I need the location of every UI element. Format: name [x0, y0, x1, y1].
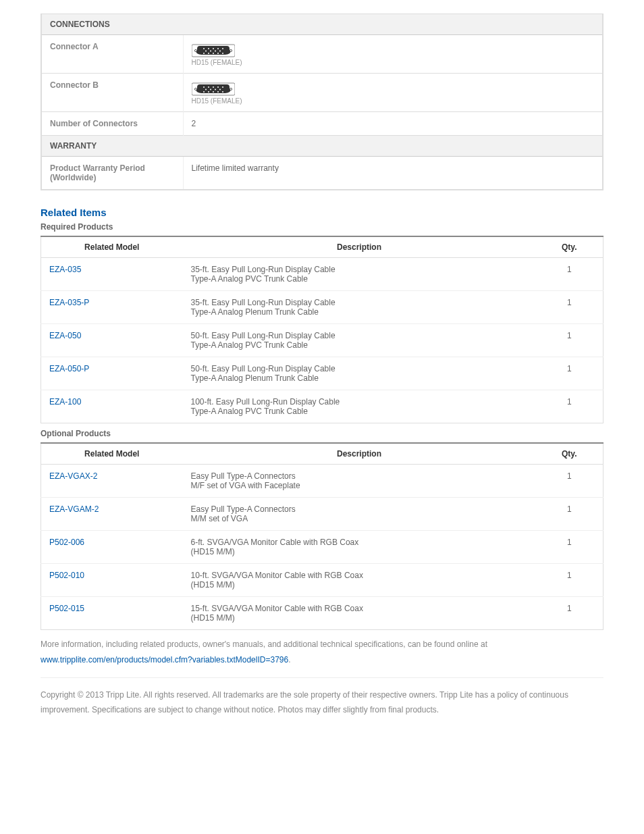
- svg-point-5: [213, 48, 214, 49]
- svg-point-23: [217, 86, 219, 88]
- description-cell: 6-ft. SVGA/VGA Monitor Cable with RGB Co…: [183, 531, 536, 564]
- qty-cell: 1: [536, 597, 603, 630]
- svg-point-16: [222, 53, 223, 54]
- table-row: P502-01010-ft. SVGA/VGA Monitor Cable wi…: [41, 564, 603, 597]
- qty-cell: 1: [536, 531, 603, 564]
- description-cell: 100-ft. Easy Pull Long-Run Display Cable…: [183, 390, 536, 423]
- connector-a-row: Connector A HD15 (FEMALE): [41, 35, 603, 74]
- svg-point-6: [217, 48, 219, 49]
- description-cell: Easy Pull Type-A ConnectorsM/F set of VG…: [183, 465, 536, 498]
- warranty-value: Lifetime limited warranty: [183, 157, 603, 190]
- description-cell: 50-ft. Easy Pull Long-Run Display CableT…: [183, 357, 536, 390]
- svg-point-24: [222, 86, 223, 88]
- col-model: Related Model: [41, 443, 183, 465]
- qty-cell: 1: [536, 390, 603, 423]
- svg-point-32: [217, 91, 219, 93]
- connector-b-label: Connector B: [41, 74, 183, 112]
- connector-a-value: HD15 (FEMALE): [183, 35, 603, 74]
- model-link[interactable]: EZA-050-P: [49, 364, 89, 373]
- table-row: EZA-05050-ft. Easy Pull Long-Run Display…: [41, 324, 603, 357]
- col-model: Related Model: [41, 236, 183, 258]
- optional-products-title: Optional Products: [41, 429, 603, 438]
- svg-point-10: [215, 51, 216, 52]
- related-items-title: Related Items: [41, 207, 603, 218]
- model-link[interactable]: EZA-VGAX-2: [49, 471, 97, 481]
- svg-point-33: [222, 91, 223, 93]
- copyright-text: Copyright © 2013 Tripp Lite. All rights …: [41, 687, 603, 719]
- svg-point-25: [205, 89, 207, 90]
- svg-point-26: [210, 89, 211, 90]
- warranty-header: WARRANTY: [41, 136, 603, 157]
- table-row: EZA-100100-ft. Easy Pull Long-Run Displa…: [41, 390, 603, 423]
- svg-point-4: [208, 48, 209, 49]
- qty-cell: 1: [536, 357, 603, 390]
- table-row: EZA-VGAM-2Easy Pull Type-A ConnectorsM/M…: [41, 498, 603, 531]
- more-info-suffix: .: [288, 655, 290, 664]
- qty-cell: 1: [536, 258, 603, 291]
- svg-point-28: [219, 89, 221, 90]
- warranty-header-row: WARRANTY: [41, 136, 603, 157]
- svg-point-8: [205, 51, 207, 52]
- svg-point-31: [213, 91, 214, 93]
- description-cell: Easy Pull Type-A ConnectorsM/M set of VG…: [183, 498, 536, 531]
- table-row: EZA-050-P50-ft. Easy Pull Long-Run Displ…: [41, 357, 603, 390]
- qty-cell: 1: [536, 498, 603, 531]
- more-info-text: More information, including related prod…: [41, 637, 603, 668]
- svg-point-27: [215, 89, 216, 90]
- model-link[interactable]: P502-010: [49, 571, 84, 580]
- required-products-title: Required Products: [41, 222, 603, 232]
- more-info-link[interactable]: www.tripplite.com/en/products/model.cfm?…: [41, 655, 288, 664]
- table-row: EZA-VGAX-2Easy Pull Type-A ConnectorsM/F…: [41, 465, 603, 498]
- col-qty: Qty.: [536, 236, 603, 258]
- description-cell: 35-ft. Easy Pull Long-Run Display CableT…: [183, 258, 536, 291]
- num-connectors-label: Number of Connectors: [41, 112, 183, 136]
- description-cell: 50-ft. Easy Pull Long-Run Display CableT…: [183, 324, 536, 357]
- model-link[interactable]: EZA-VGAM-2: [49, 504, 99, 514]
- connector-b-row: Connector B HD15 (FEMALE): [41, 74, 603, 112]
- connections-header: CONNECTIONS: [41, 14, 603, 35]
- specs-table: CONNECTIONS Connector A HD15 (FEMALE): [41, 14, 603, 190]
- table-row: P502-0066-ft. SVGA/VGA Monitor Cable wit…: [41, 531, 603, 564]
- model-link[interactable]: EZA-035: [49, 265, 81, 274]
- num-connectors-value: 2: [183, 112, 603, 136]
- svg-point-11: [219, 51, 221, 52]
- table-row: EZA-035-P35-ft. Easy Pull Long-Run Displ…: [41, 291, 603, 324]
- description-cell: 35-ft. Easy Pull Long-Run Display CableT…: [183, 291, 536, 324]
- more-info-prefix: More information, including related prod…: [41, 640, 487, 649]
- svg-point-22: [213, 86, 214, 88]
- qty-cell: 1: [536, 291, 603, 324]
- svg-point-15: [217, 53, 219, 54]
- model-link[interactable]: EZA-035-P: [49, 298, 89, 307]
- connector-a-text: HD15 (FEMALE): [192, 59, 595, 66]
- warranty-label: Product Warranty Period (Worldwide): [41, 157, 183, 190]
- qty-cell: 1: [536, 324, 603, 357]
- svg-point-13: [208, 53, 209, 54]
- divider: [41, 677, 603, 678]
- svg-point-7: [222, 48, 223, 49]
- col-desc: Description: [183, 236, 536, 258]
- model-link[interactable]: P502-015: [49, 604, 84, 613]
- connector-a-label: Connector A: [41, 35, 183, 74]
- svg-point-29: [203, 91, 205, 93]
- svg-point-3: [203, 48, 205, 49]
- model-link[interactable]: P502-006: [49, 538, 84, 547]
- optional-products-table: Related Model Description Qty. EZA-VGAX-…: [41, 442, 603, 630]
- table-row: P502-01515-ft. SVGA/VGA Monitor Cable wi…: [41, 597, 603, 630]
- svg-point-9: [210, 51, 211, 52]
- description-cell: 10-ft. SVGA/VGA Monitor Cable with RGB C…: [183, 564, 536, 597]
- model-link[interactable]: EZA-100: [49, 397, 81, 407]
- description-cell: 15-ft. SVGA/VGA Monitor Cable with RGB C…: [183, 597, 536, 630]
- col-desc: Description: [183, 443, 536, 465]
- table-row: EZA-03535-ft. Easy Pull Long-Run Display…: [41, 258, 603, 291]
- connections-header-row: CONNECTIONS: [41, 14, 603, 35]
- svg-point-14: [213, 53, 214, 54]
- svg-point-21: [208, 86, 209, 88]
- num-connectors-row: Number of Connectors 2: [41, 112, 603, 136]
- svg-point-12: [203, 53, 205, 54]
- warranty-row: Product Warranty Period (Worldwide) Life…: [41, 157, 603, 190]
- table-header-row: Related Model Description Qty.: [41, 236, 603, 258]
- required-products-table: Related Model Description Qty. EZA-03535…: [41, 236, 603, 423]
- svg-point-30: [208, 91, 209, 93]
- qty-cell: 1: [536, 465, 603, 498]
- model-link[interactable]: EZA-050: [49, 331, 81, 340]
